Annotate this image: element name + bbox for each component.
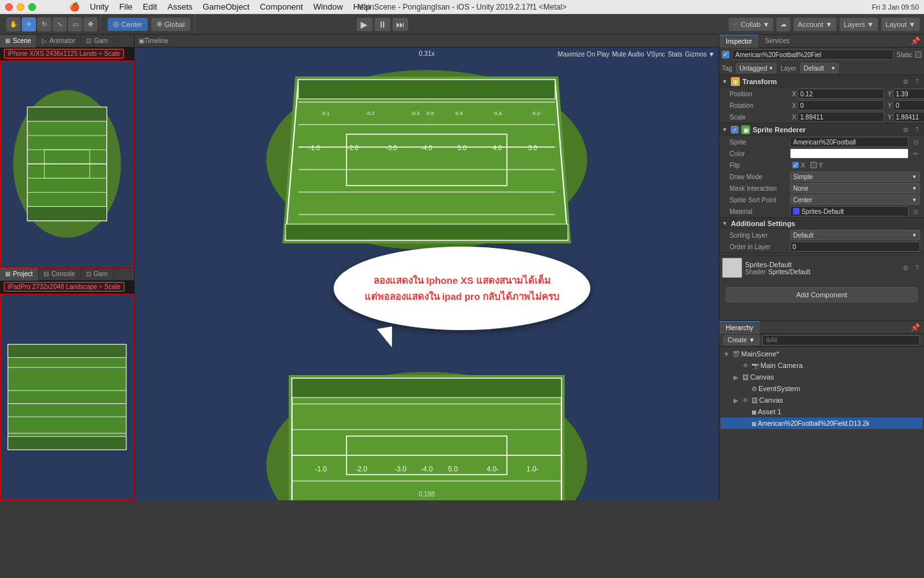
mask-interaction-dropdown[interactable]: None ▼ bbox=[790, 183, 920, 193]
sprite-field[interactable]: American%20Football bbox=[790, 137, 909, 147]
color-field[interactable] bbox=[790, 148, 909, 159]
camera-eye-icon[interactable]: 👁 bbox=[742, 362, 749, 369]
draw-mode-dropdown[interactable]: Simple ▼ bbox=[790, 171, 920, 182]
material-block-help[interactable]: ? bbox=[912, 263, 921, 272]
sprite-renderer-settings[interactable]: ⚙ bbox=[901, 125, 910, 134]
tree-eventsystem[interactable]: ⚙ EventSystem bbox=[721, 383, 923, 394]
tree-main-camera[interactable]: 👁 📷 Main Camera bbox=[721, 360, 923, 371]
tree-asset1[interactable]: ◼ Asset 1 bbox=[721, 406, 923, 417]
tab-services[interactable]: Services bbox=[758, 35, 796, 48]
svg-text:-3.0: -3.0 bbox=[386, 144, 397, 152]
add-component-button[interactable]: Add Component bbox=[726, 287, 918, 302]
vsync-label[interactable]: VSync bbox=[647, 51, 665, 58]
menu-file[interactable]: File bbox=[116, 0, 137, 14]
menu-gameobject[interactable]: GameObject bbox=[199, 0, 253, 14]
hierarchy-pin[interactable]: 📌 bbox=[911, 323, 924, 332]
layer-dropdown-arrow: ▼ bbox=[831, 66, 836, 71]
sprite-renderer-section-header[interactable]: ▼ ✓ ▣ Sprite Renderer ⚙ ? bbox=[719, 123, 924, 136]
step-button[interactable]: ⏭ bbox=[392, 17, 409, 31]
close-button[interactable] bbox=[5, 3, 13, 11]
additional-settings-header[interactable]: ▼ Additional Settings bbox=[719, 217, 924, 229]
tab-game-bottom[interactable]: ⊡ Gam bbox=[81, 268, 114, 281]
pos-x-input[interactable] bbox=[798, 89, 884, 99]
svg-text:4.0-: 4.0- bbox=[487, 465, 499, 473]
tab-inspector[interactable]: Inspector bbox=[719, 35, 758, 48]
transform-help[interactable]: ? bbox=[912, 77, 921, 86]
object-active-checkbox[interactable]: ✓ bbox=[722, 51, 730, 58]
static-checkbox[interactable] bbox=[915, 51, 921, 58]
account-button[interactable]: Account ▼ bbox=[793, 17, 837, 31]
material-section: Sprites-Default Shader Sprites/Default ⚙… bbox=[719, 252, 924, 282]
order-layer-input[interactable] bbox=[790, 241, 920, 252]
maximize-label[interactable]: Maximize On Play bbox=[558, 51, 610, 58]
layer-dropdown[interactable]: Default ▼ bbox=[800, 63, 839, 73]
cloud-button[interactable]: ☁ bbox=[776, 17, 791, 31]
tree-mainscene[interactable]: ▼ 🎬 MainScene* bbox=[721, 348, 923, 360]
scale-y-input[interactable] bbox=[893, 112, 924, 122]
pivot-group: ◎ Center ⊕ Global bbox=[103, 14, 195, 34]
transform-settings[interactable]: ⚙ bbox=[901, 77, 910, 86]
color-picker-icon[interactable]: ✏ bbox=[911, 149, 920, 158]
stats-label[interactable]: Stats bbox=[668, 51, 683, 58]
sorting-layer-dropdown[interactable]: Default ▼ bbox=[790, 230, 920, 240]
minimize-button[interactable] bbox=[17, 3, 24, 11]
layers-button[interactable]: Layers ▼ bbox=[839, 17, 878, 31]
pause-button[interactable]: ⏸ bbox=[374, 17, 391, 31]
hierarchy-search-input[interactable] bbox=[762, 335, 920, 346]
sprite-renderer-help[interactable]: ? bbox=[912, 125, 921, 134]
hierarchy-panel: Hierarchy 📌 Create ▼ ▼ 🎬 MainScene* 👁 bbox=[719, 320, 924, 500]
tab-animator[interactable]: ▷ Animator bbox=[37, 35, 81, 48]
combo-tool[interactable]: ✤ bbox=[83, 17, 98, 31]
object-name-input[interactable] bbox=[732, 49, 894, 60]
position-fields: X Y Z bbox=[790, 89, 924, 99]
space-button[interactable]: ⊕ Global bbox=[151, 17, 191, 31]
canvas2-eye-icon[interactable]: 👁 bbox=[742, 397, 749, 404]
tab-project[interactable]: ⊞ Project bbox=[0, 268, 38, 281]
layout-label: Layout ▼ bbox=[886, 21, 916, 28]
rot-y-input[interactable] bbox=[893, 100, 924, 110]
sprite-target-icon[interactable]: ⊙ bbox=[911, 137, 920, 146]
tree-canvas2[interactable]: ▶ 👁 🖼 Canvas bbox=[721, 394, 923, 406]
play-button[interactable]: ▶ bbox=[356, 17, 373, 31]
pos-y-input[interactable] bbox=[893, 89, 924, 99]
shader-label: Shader bbox=[745, 268, 766, 276]
menu-window[interactable]: Window bbox=[309, 0, 346, 14]
menu-assets[interactable]: Assets bbox=[164, 0, 196, 14]
move-tool[interactable]: ✛ bbox=[22, 17, 36, 31]
menu-unity[interactable]: Unity bbox=[86, 0, 113, 14]
tree-canvas1[interactable]: ▶ 🖼 Canvas bbox=[721, 371, 923, 383]
scale-x-input[interactable] bbox=[798, 112, 884, 122]
menu-component[interactable]: Component bbox=[256, 0, 307, 14]
rot-x-input[interactable] bbox=[798, 100, 884, 110]
pivot-button[interactable]: ◎ Center bbox=[107, 17, 148, 31]
tree-football-field[interactable]: ◼ American%20Football%20Field.D13.2k bbox=[721, 417, 923, 429]
hand-tool[interactable]: ✋ bbox=[6, 17, 21, 31]
gizmos-label[interactable]: Gizmos ▼ bbox=[685, 51, 715, 58]
menu-edit[interactable]: Edit bbox=[139, 0, 161, 14]
tab-game-top[interactable]: ⊡ Gam bbox=[81, 35, 114, 48]
sprite-sort-dropdown[interactable]: Center ▼ bbox=[790, 195, 920, 205]
rect-tool[interactable]: ▭ bbox=[68, 17, 82, 31]
sprite-renderer-check[interactable]: ✓ bbox=[731, 126, 739, 134]
material-block-settings[interactable]: ⚙ bbox=[901, 263, 910, 272]
menu-apple[interactable]: 🍎 bbox=[65, 0, 83, 14]
create-button[interactable]: Create ▼ bbox=[723, 335, 760, 346]
tab-console[interactable]: ⊟ Console bbox=[38, 268, 81, 281]
material-target-icon[interactable]: ⊙ bbox=[911, 207, 920, 216]
transform-section-header[interactable]: ▼ ⊕ Transform ⚙ ? bbox=[719, 74, 924, 88]
inspector-pin[interactable]: 📌 bbox=[911, 37, 924, 46]
collab-button[interactable]: ✓ Collab ▼ bbox=[728, 17, 774, 31]
scale-tool[interactable]: ⤡ bbox=[53, 17, 67, 31]
flip-x-checkbox[interactable]: ✓ bbox=[792, 162, 799, 168]
tab-scene[interactable]: ⊞ Scene bbox=[0, 35, 37, 48]
flip-y-checkbox[interactable] bbox=[810, 162, 817, 168]
mute-label[interactable]: Mute Audio bbox=[612, 51, 644, 58]
rotate-tool[interactable]: ↻ bbox=[37, 17, 51, 31]
tab-hierarchy[interactable]: Hierarchy bbox=[719, 321, 760, 334]
scale-y-label: Y bbox=[886, 114, 892, 121]
space-label: Global bbox=[164, 21, 185, 28]
material-field[interactable]: Sprites-Default bbox=[790, 206, 909, 216]
layout-button[interactable]: Layout ▼ bbox=[881, 17, 920, 31]
maximize-button[interactable] bbox=[28, 3, 36, 11]
tag-dropdown[interactable]: Untagged ▼ bbox=[736, 63, 776, 73]
